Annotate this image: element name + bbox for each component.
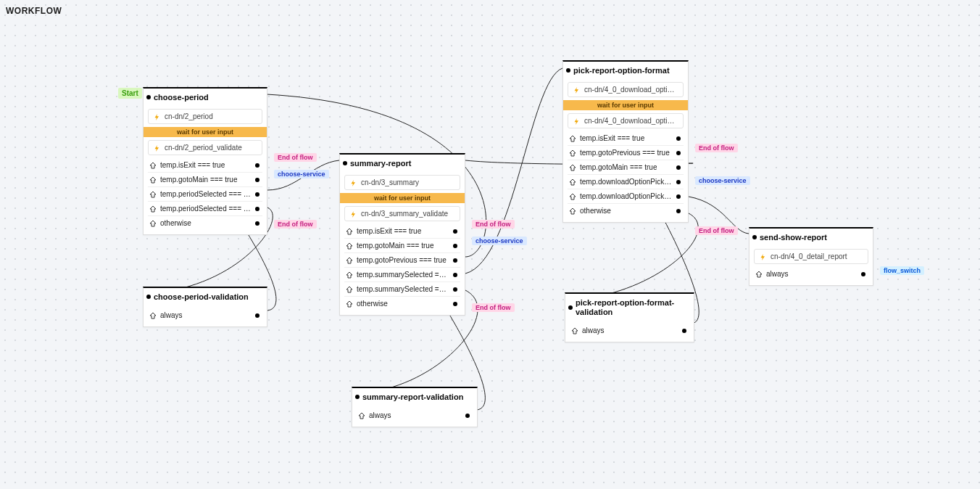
port-out[interactable] — [861, 272, 865, 276]
condition-row[interactable]: temp.downloadOptionPicked === tr… — [568, 174, 684, 189]
condition-row[interactable]: otherwise — [568, 203, 684, 218]
node-pick-report-option-format-validation[interactable]: pick-report-option-format-validation alw… — [565, 292, 694, 342]
condition-expr: otherwise — [357, 300, 388, 308]
condition-row[interactable]: always — [754, 267, 868, 281]
action-row[interactable]: cn-dn/4_0_download_option_format_v… — [568, 113, 684, 128]
port-out[interactable] — [676, 194, 681, 199]
node-choose-period[interactable]: choose-period cn-dn/2_period wait for us… — [143, 87, 267, 235]
port-out[interactable] — [465, 414, 470, 418]
wait-banner: wait for user input — [144, 127, 267, 137]
workflow-canvas[interactable]: WORKFLOW Start choose-period cn-dn — [0, 0, 980, 489]
node-pick-report-option-format[interactable]: pick-report-option-format cn-dn/4_0_down… — [562, 60, 689, 223]
tag-choose-service: choose-service — [695, 176, 750, 185]
action-row[interactable]: cn-dn/4_0_download_option_format — [568, 82, 684, 97]
condition-expr: temp.periodSelected === false — [160, 205, 251, 213]
condition-row[interactable]: temp.periodSelected === false — [148, 201, 262, 215]
start-tag: Start — [118, 88, 142, 99]
bolt-icon — [349, 179, 357, 186]
action-row[interactable]: cn-dn/2_period — [148, 109, 262, 124]
port-out[interactable] — [453, 273, 457, 277]
port-out[interactable] — [676, 165, 681, 170]
branch-icon — [149, 312, 157, 319]
action-row[interactable]: cn-dn/3_summary_validate — [344, 206, 460, 221]
branch-icon — [346, 286, 353, 293]
port-out[interactable] — [676, 136, 681, 141]
port-out[interactable] — [453, 244, 457, 248]
port-out[interactable] — [676, 209, 681, 213]
node-title: summary-report — [340, 155, 465, 172]
condition-expr: temp.periodSelected === true — [160, 190, 251, 198]
port-out[interactable] — [453, 258, 457, 263]
action-row[interactable]: cn-dn/2_period_validate — [148, 140, 262, 155]
condition-expr: temp.gotoPrevious === true — [357, 256, 447, 264]
condition-row[interactable]: always — [148, 308, 262, 322]
node-title: choose-period-validation — [144, 288, 267, 305]
branch-icon — [346, 300, 353, 308]
condition-expr: temp.gotoPrevious === true — [580, 149, 670, 157]
condition-expr: temp.isExit === true — [357, 227, 421, 235]
branch-icon — [346, 242, 353, 250]
port-out[interactable] — [255, 221, 259, 226]
action-label: cn-dn/2_period — [165, 112, 213, 120]
port-out[interactable] — [453, 287, 457, 292]
bolt-icon — [573, 86, 580, 94]
condition-row[interactable]: temp.gotoMain === true — [344, 238, 460, 252]
port-out[interactable] — [453, 229, 457, 234]
port-out[interactable] — [682, 329, 686, 333]
action-label: cn-dn/3_summary — [361, 178, 419, 186]
branch-icon — [569, 135, 576, 142]
condition-row[interactable]: temp.gotoMain === true — [568, 160, 684, 174]
condition-row[interactable]: otherwise — [148, 215, 262, 230]
action-label: cn-dn/3_summary_validate — [361, 210, 448, 218]
condition-row[interactable]: always — [570, 324, 689, 337]
node-title: pick-report-option-format-validation — [565, 294, 694, 321]
wait-banner: wait for user input — [563, 100, 688, 110]
action-row[interactable]: cn-dn/3_summary — [344, 175, 460, 190]
tag-end-of-flow: End of flow — [472, 220, 515, 229]
condition-expr: temp.downloadOptionPicked === f… — [580, 192, 672, 200]
condition-expr: otherwise — [160, 219, 191, 227]
condition-row[interactable]: temp.periodSelected === true — [148, 186, 262, 201]
node-summary-report-validation[interactable]: summary-report-validation always — [352, 387, 478, 427]
action-row[interactable]: cn-dn/4_0_detail_report — [754, 249, 868, 264]
condition-row[interactable]: temp.gotoPrevious === true — [344, 252, 460, 267]
tag-end-of-flow: End of flow — [695, 226, 738, 235]
condition-expr: temp.summarySelected === true — [357, 271, 449, 279]
condition-row[interactable]: temp.summarySelected === false — [344, 282, 460, 296]
port-out[interactable] — [255, 163, 259, 168]
node-summary-report[interactable]: summary-report cn-dn/3_summary wait for … — [339, 153, 465, 316]
condition-row[interactable]: temp.downloadOptionPicked === f… — [568, 189, 684, 203]
wait-banner: wait for user input — [340, 193, 465, 203]
condition-expr: always — [160, 311, 183, 319]
condition-expr: temp.gotoMain === true — [580, 163, 657, 171]
branch-icon — [149, 162, 157, 169]
condition-row[interactable]: temp.gotoMain === true — [148, 172, 262, 186]
branch-icon — [346, 271, 353, 279]
condition-row[interactable]: otherwise — [344, 296, 460, 311]
tag-choose-service: choose-service — [274, 170, 329, 178]
condition-expr: always — [766, 270, 789, 278]
port-out[interactable] — [255, 178, 259, 182]
port-out[interactable] — [676, 180, 681, 184]
bolt-icon — [573, 118, 580, 125]
branch-icon — [569, 178, 576, 186]
branch-icon — [569, 193, 576, 200]
condition-expr: always — [369, 411, 391, 419]
condition-row[interactable]: always — [357, 408, 473, 422]
condition-row[interactable]: temp.summarySelected === true — [344, 267, 460, 282]
condition-expr: temp.isExit === true — [580, 134, 644, 142]
branch-icon — [149, 205, 157, 213]
port-out[interactable] — [255, 313, 259, 318]
condition-expr: temp.downloadOptionPicked === tr… — [580, 178, 672, 186]
port-out[interactable] — [255, 207, 259, 211]
node-send-show-report[interactable]: send-show-report cn-dn/4_0_detail_report… — [749, 227, 873, 286]
condition-row[interactable]: temp.gotoPrevious === true — [568, 145, 684, 160]
node-choose-period-validation[interactable]: choose-period-validation always — [143, 287, 267, 327]
port-out[interactable] — [676, 151, 681, 155]
condition-row[interactable]: temp.isExit === true — [568, 131, 684, 145]
port-out[interactable] — [453, 302, 457, 306]
condition-row[interactable]: temp.isExit === true — [344, 224, 460, 238]
branch-icon — [569, 149, 576, 157]
condition-row[interactable]: temp.isExit === true — [148, 158, 262, 172]
port-out[interactable] — [255, 192, 259, 197]
